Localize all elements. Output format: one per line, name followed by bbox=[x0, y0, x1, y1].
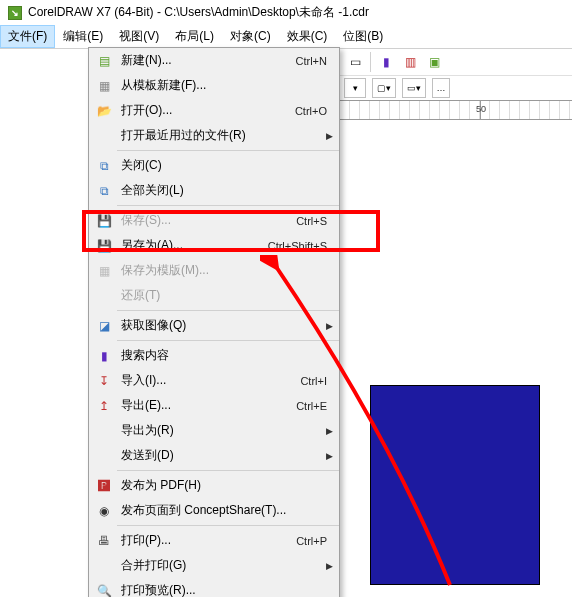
close-all-icon: ⧉ bbox=[96, 183, 112, 199]
menu-object[interactable]: 对象(C) bbox=[222, 25, 279, 48]
units-dropdown[interactable]: ▾ bbox=[344, 78, 366, 98]
ruler-tick-50: 50 bbox=[476, 104, 486, 114]
menu-layout[interactable]: 布局(L) bbox=[167, 25, 222, 48]
menu-item-save-template: ▦ 保存为模版(M)... bbox=[89, 258, 339, 283]
menu-item-label: 发布为 PDF(H) bbox=[115, 477, 333, 494]
menu-item-label: 打开(O)... bbox=[115, 102, 295, 119]
menu-separator bbox=[117, 340, 339, 341]
menu-item-export[interactable]: ↥ 导出(E)... Ctrl+E bbox=[89, 393, 339, 418]
toolbar-separator bbox=[370, 52, 371, 72]
menu-item-label: 还原(T) bbox=[115, 287, 333, 304]
menu-shortcut: Ctrl+O bbox=[295, 105, 333, 117]
menu-item-label: 导出(E)... bbox=[115, 397, 296, 414]
toolbar-button-3[interactable]: ▥ bbox=[399, 51, 421, 73]
menu-item-label: 获取图像(Q) bbox=[115, 317, 326, 334]
new-doc-icon: ▤ bbox=[96, 53, 112, 69]
menu-item-open-recent[interactable]: 打开最近用过的文件(R) ▶ bbox=[89, 123, 339, 148]
app-icon: ↘ bbox=[8, 6, 22, 20]
menu-item-send-to[interactable]: 发送到(D) ▶ bbox=[89, 443, 339, 468]
menu-separator bbox=[117, 150, 339, 151]
title-bar: ↘ CorelDRAW X7 (64-Bit) - C:\Users\Admin… bbox=[0, 0, 572, 25]
menu-item-print-preview[interactable]: 🔍 打印预览(R)... bbox=[89, 578, 339, 597]
save-as-icon: 💾 bbox=[96, 238, 112, 254]
menu-item-publish-conceptshare[interactable]: ◉ 发布页面到 ConceptShare(T)... bbox=[89, 498, 339, 523]
menu-shortcut: Ctrl+I bbox=[300, 375, 333, 387]
toolbar-row-2: ▾ ▢▾ ▭▾ … bbox=[340, 76, 572, 100]
flag-icon: ▮ bbox=[378, 54, 394, 70]
menu-item-label: 另存为(A)... bbox=[115, 237, 268, 254]
export-icon: ↥ bbox=[96, 398, 112, 414]
menu-item-publish-pdf[interactable]: 🅿 发布为 PDF(H) bbox=[89, 473, 339, 498]
menu-item-revert: 还原(T) bbox=[89, 283, 339, 308]
menu-item-label: 保存(S)... bbox=[115, 212, 296, 229]
menu-item-new[interactable]: ▤ 新建(N)... Ctrl+N bbox=[89, 48, 339, 73]
menu-shortcut: Ctrl+E bbox=[296, 400, 333, 412]
horizontal-ruler: 50 bbox=[340, 100, 572, 120]
menu-effect[interactable]: 效果(C) bbox=[279, 25, 336, 48]
toolbar-button-4[interactable]: ▣ bbox=[423, 51, 445, 73]
menu-item-search-content[interactable]: ▮ 搜索内容 bbox=[89, 343, 339, 368]
concept-icon: ◉ bbox=[96, 503, 112, 519]
menu-item-acquire-image[interactable]: ◪ 获取图像(Q) ▶ bbox=[89, 313, 339, 338]
menu-file[interactable]: 文件(F) bbox=[0, 25, 55, 48]
menu-item-save: 💾 保存(S)... Ctrl+S bbox=[89, 208, 339, 233]
menu-item-print[interactable]: 🖶 打印(P)... Ctrl+P bbox=[89, 528, 339, 553]
search-icon: ▮ bbox=[96, 348, 112, 364]
submenu-arrow-icon: ▶ bbox=[326, 131, 333, 141]
menu-item-label: 打开最近用过的文件(R) bbox=[115, 127, 326, 144]
layout-dropdown-2[interactable]: ▭▾ bbox=[402, 78, 426, 98]
menu-item-label: 从模板新建(F)... bbox=[115, 77, 333, 94]
layout-dropdown-1[interactable]: ▢▾ bbox=[372, 78, 396, 98]
menu-item-import[interactable]: ↧ 导入(I)... Ctrl+I bbox=[89, 368, 339, 393]
menu-bitmap[interactable]: 位图(B) bbox=[335, 25, 391, 48]
menu-item-export-for[interactable]: 导出为(R) ▶ bbox=[89, 418, 339, 443]
menu-item-close[interactable]: ⧉ 关闭(C) bbox=[89, 153, 339, 178]
menu-separator bbox=[117, 525, 339, 526]
toolbar: ▭ ▮ ▥ ▣ bbox=[340, 49, 572, 76]
menu-item-label: 搜索内容 bbox=[115, 347, 333, 364]
menu-view[interactable]: 视图(V) bbox=[111, 25, 167, 48]
menu-item-label: 合并打印(G) bbox=[115, 557, 326, 574]
submenu-arrow-icon: ▶ bbox=[326, 426, 333, 436]
menu-item-label: 导出为(R) bbox=[115, 422, 326, 439]
canvas-shape[interactable] bbox=[370, 385, 540, 585]
save-template-icon: ▦ bbox=[96, 263, 112, 279]
menu-item-label: 新建(N)... bbox=[115, 52, 296, 69]
pdf-icon: 🅿 bbox=[96, 478, 112, 494]
import-icon: ↧ bbox=[96, 373, 112, 389]
menu-edit[interactable]: 编辑(E) bbox=[55, 25, 111, 48]
submenu-arrow-icon: ▶ bbox=[326, 321, 333, 331]
layout-dropdown-3[interactable]: … bbox=[432, 78, 450, 98]
acquire-icon: ◪ bbox=[96, 318, 112, 334]
doc-icon: ▭ bbox=[347, 54, 363, 70]
menu-shortcut: Ctrl+P bbox=[296, 535, 333, 547]
menu-item-merge-print[interactable]: 合并打印(G) ▶ bbox=[89, 553, 339, 578]
menu-separator bbox=[117, 470, 339, 471]
menu-shortcut: Ctrl+Shift+S bbox=[268, 240, 333, 252]
submenu-arrow-icon: ▶ bbox=[326, 561, 333, 571]
menu-item-label: 保存为模版(M)... bbox=[115, 262, 333, 279]
template-icon: ▦ bbox=[96, 78, 112, 94]
save-icon: 💾 bbox=[96, 213, 112, 229]
window-title: CorelDRAW X7 (64-Bit) - C:\Users\Admin\D… bbox=[28, 4, 369, 21]
menu-item-save-as[interactable]: 💾 另存为(A)... Ctrl+Shift+S bbox=[89, 233, 339, 258]
layout-icon: ▥ bbox=[402, 54, 418, 70]
menu-item-label: 发送到(D) bbox=[115, 447, 326, 464]
folder-open-icon: 📂 bbox=[96, 103, 112, 119]
menu-item-new-from-template[interactable]: ▦ 从模板新建(F)... bbox=[89, 73, 339, 98]
menu-bar: 文件(F) 编辑(E) 视图(V) 布局(L) 对象(C) 效果(C) 位图(B… bbox=[0, 25, 572, 49]
close-doc-icon: ⧉ bbox=[96, 158, 112, 174]
app-icon-small: ▣ bbox=[426, 54, 442, 70]
toolbar-button-2[interactable]: ▮ bbox=[375, 51, 397, 73]
menu-separator bbox=[117, 205, 339, 206]
menu-item-label: 打印预览(R)... bbox=[115, 582, 333, 597]
menu-item-close-all[interactable]: ⧉ 全部关闭(L) bbox=[89, 178, 339, 203]
menu-item-label: 导入(I)... bbox=[115, 372, 300, 389]
toolbar-button-1[interactable]: ▭ bbox=[344, 51, 366, 73]
menu-item-label: 发布页面到 ConceptShare(T)... bbox=[115, 502, 333, 519]
menu-item-open[interactable]: 📂 打开(O)... Ctrl+O bbox=[89, 98, 339, 123]
print-icon: 🖶 bbox=[96, 533, 112, 549]
menu-item-label: 打印(P)... bbox=[115, 532, 296, 549]
file-dropdown-menu: ▤ 新建(N)... Ctrl+N ▦ 从模板新建(F)... 📂 打开(O).… bbox=[88, 47, 340, 597]
menu-separator bbox=[117, 310, 339, 311]
